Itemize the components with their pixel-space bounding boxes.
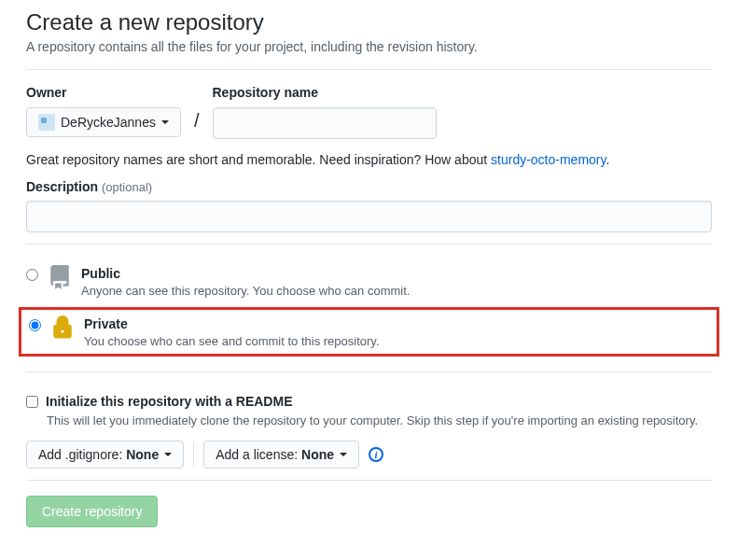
divider (193, 442, 194, 467)
chevron-down-icon (340, 453, 347, 456)
owner-label: Owner (26, 85, 181, 100)
repo-name-input[interactable] (213, 107, 437, 139)
private-radio[interactable] (29, 319, 41, 331)
private-title: Private (84, 316, 128, 331)
lock-icon (50, 315, 75, 340)
license-dropdown[interactable]: Add a license: None (203, 441, 359, 469)
public-radio[interactable] (26, 269, 38, 281)
init-readme-checkbox[interactable] (26, 396, 38, 408)
suggested-name-link[interactable]: sturdy-octo-memory (491, 152, 606, 167)
private-option-highlight: Private You choose who can see and commi… (19, 307, 719, 357)
public-title: Public (81, 266, 120, 281)
name-tip: Great repository names are short and mem… (26, 152, 712, 167)
owner-name: DeRyckeJannes (61, 115, 156, 130)
description-input[interactable] (26, 201, 712, 232)
page-subtitle: A repository contains all the files for … (26, 39, 712, 54)
repo-icon (48, 265, 72, 289)
avatar-icon (38, 114, 55, 131)
init-readme-desc: This will let you immediately clone the … (26, 413, 712, 427)
chevron-down-icon (161, 120, 169, 124)
init-readme-label: Initialize this repository with a README (46, 394, 292, 409)
repo-name-label: Repository name (213, 85, 437, 100)
info-icon[interactable]: i (369, 447, 383, 462)
create-repository-button[interactable]: Create repository (26, 496, 158, 527)
public-desc: Anyone can see this repository. You choo… (81, 284, 410, 298)
gitignore-dropdown[interactable]: Add .gitignore: None (26, 441, 184, 469)
page-title: Create a new repository (26, 9, 712, 35)
chevron-down-icon (164, 453, 172, 456)
private-desc: You choose who can see and commit to thi… (84, 334, 380, 348)
description-label: Description (optional) (26, 179, 152, 194)
owner-dropdown[interactable]: DeRyckeJannes (26, 107, 181, 137)
slash-separator: / (194, 110, 200, 139)
